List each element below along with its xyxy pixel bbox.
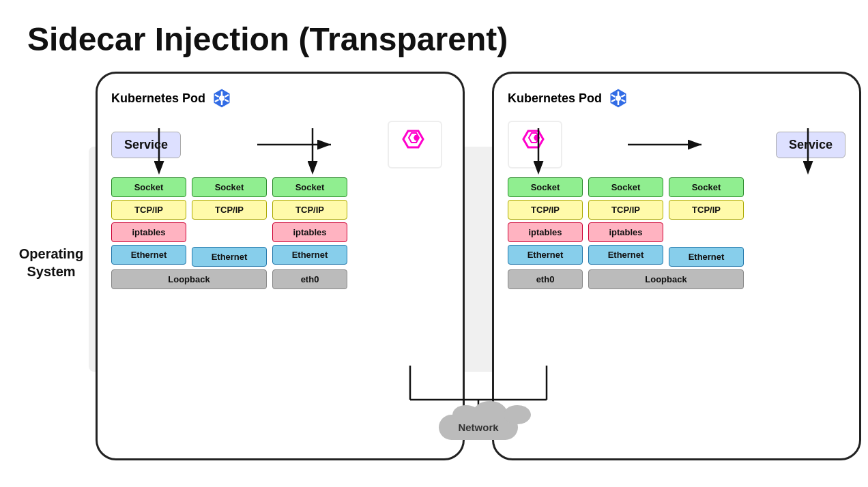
kubernetes-icon-2 <box>607 87 629 109</box>
svg-point-1 <box>219 95 225 101</box>
socket-cell-px1: Socket <box>272 177 347 197</box>
ethernet-cell-px2: Ethernet <box>508 245 583 265</box>
svg-point-22 <box>616 95 621 101</box>
stack-app-2: Socket TCP/IP Ethernet <box>669 177 744 267</box>
tcpip-cell-px1: TCP/IP <box>272 200 347 220</box>
stack-sidecar-1: Socket TCP/IP Ethernet <box>192 177 267 267</box>
pod2-service-box: Service <box>776 132 845 158</box>
tcpip-cell-px2: TCP/IP <box>508 200 583 220</box>
socket-cell-app1: Socket <box>111 177 186 197</box>
eth0-cell-1: eth0 <box>272 269 347 289</box>
arrow-to-proxy-1 <box>257 134 339 155</box>
os-label: Operating System <box>14 245 89 280</box>
iptables-cell-px2: iptables <box>508 222 583 242</box>
socket-cell-px2: Socket <box>508 177 583 197</box>
ethernet-cell-sc2: Ethernet <box>588 245 663 265</box>
socket-cell-sc2: Socket <box>588 177 663 197</box>
eth0-cell-2: eth0 <box>508 269 583 289</box>
tcpip-cell-app2: TCP/IP <box>669 200 744 220</box>
iptables-cell-sc2: iptables <box>588 222 663 242</box>
ethernet-cell-px1: Ethernet <box>272 245 347 265</box>
tcpip-cell-sc1: TCP/IP <box>192 200 267 220</box>
ethernet-cell-app2: Ethernet <box>669 247 744 267</box>
arrow-to-service-2 <box>628 134 710 155</box>
kubernetes-icon-1 <box>211 87 233 109</box>
stack-sidecar-2: Socket TCP/IP iptables Ethernet <box>588 177 663 267</box>
socket-cell-sc1: Socket <box>192 177 267 197</box>
network-cloud: Network <box>439 415 517 440</box>
loopback-cell-1: Loopback <box>111 269 267 289</box>
page-title: Sidecar Injection (Transparent) <box>0 0 868 65</box>
tcpip-cell-app1: TCP/IP <box>111 200 186 220</box>
iptables-cell-px1: iptables <box>272 222 347 242</box>
stack-app-1: Socket TCP/IP iptables Ethernet <box>111 177 186 267</box>
pod1-label: Kubernetes Pod <box>111 91 205 106</box>
loopback-cell-2: Loopback <box>588 269 744 289</box>
socket-cell-app2: Socket <box>669 177 744 197</box>
proxy-icon-1 <box>388 121 442 168</box>
proxy-icon-2 <box>508 121 562 168</box>
stack-proxy-2: Socket TCP/IP iptables Ethernet <box>508 177 583 267</box>
ethernet-cell-sc1: Ethernet <box>192 247 267 267</box>
pod2-label: Kubernetes Pod <box>508 91 602 106</box>
ethernet-cell-app1: Ethernet <box>111 245 186 265</box>
tcpip-cell-sc2: TCP/IP <box>588 200 663 220</box>
pod1-service-box: Service <box>111 132 181 158</box>
stack-proxy-1: Socket TCP/IP iptables Ethernet <box>272 177 347 267</box>
iptables-cell-app1: iptables <box>111 222 186 242</box>
